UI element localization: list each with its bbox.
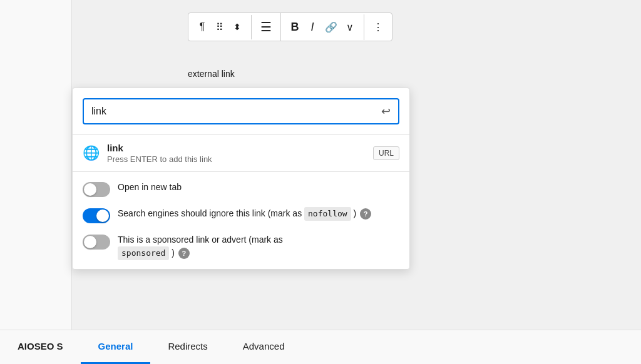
tab-advanced[interactable]: Advanced (225, 330, 302, 364)
tab-general[interactable]: General (81, 330, 151, 364)
link-info: link Press ENTER to add this link (107, 143, 366, 164)
align-icon[interactable]: ☰ (259, 18, 273, 36)
search-area: ↩ (73, 88, 409, 135)
external-link-label: external link (188, 69, 235, 79)
new-tab-track (83, 182, 110, 197)
link-suggestion-row[interactable]: 🌐 link Press ENTER to add this link URL (73, 135, 409, 172)
nofollow-help-icon[interactable]: ? (360, 208, 371, 220)
new-tab-label: Open in new tab (118, 181, 182, 194)
nofollow-code: nofollow (304, 207, 351, 221)
return-icon: ↩ (381, 104, 391, 118)
new-tab-thumb (84, 183, 96, 196)
sponsored-code: sponsored (118, 246, 169, 260)
suggestion-title: link (107, 143, 366, 153)
search-input[interactable] (91, 106, 381, 117)
link-icon[interactable]: 🔗 (324, 20, 339, 34)
toolbar-group-3: B I 🔗 ∨ (281, 14, 364, 40)
toolbar: ¶ ⠿ ⬍ ☰ B I 🔗 ∨ ⋮ (188, 13, 392, 41)
nofollow-toggle[interactable] (83, 208, 110, 223)
tab-aioseo[interactable]: AIOSEO S (0, 330, 81, 364)
tab-redirects[interactable]: Redirects (150, 330, 225, 364)
nofollow-label: Search engines should ignore this link (… (118, 207, 371, 221)
search-input-wrapper[interactable]: ↩ (83, 98, 399, 124)
suggestion-subtitle: Press ENTER to add this link (107, 154, 366, 164)
link-popup: ↩ 🌐 link Press ENTER to add this link UR… (72, 88, 410, 270)
chevron-down-icon[interactable]: ∨ (344, 20, 356, 34)
new-tab-toggle[interactable] (83, 182, 110, 197)
sponsored-label-before: This is a sponsored link or advert (mark… (118, 235, 283, 245)
nofollow-track (83, 208, 110, 223)
sponsored-label-after: ) (172, 248, 175, 258)
sponsored-toggle[interactable] (83, 235, 110, 250)
url-badge: URL (373, 146, 399, 160)
nofollow-label-before: Search engines should ignore this link (… (118, 208, 302, 218)
toolbar-group-4: ⋮ (364, 15, 392, 39)
toolbar-group-2: ☰ (252, 13, 281, 41)
bold-icon[interactable]: B (289, 19, 301, 35)
tab-bar: AIOSEO S General Redirects Advanced (0, 330, 641, 364)
nofollow-thumb (96, 210, 109, 222)
toggle-options: Open in new tab Search engines should ig… (73, 172, 409, 269)
toggle-row-nofollow: Search engines should ignore this link (… (83, 207, 399, 223)
more-options-icon[interactable]: ⋮ (372, 20, 384, 34)
sponsored-label: This is a sponsored link or advert (mark… (118, 233, 283, 260)
arrows-updown-icon[interactable]: ⬍ (231, 21, 244, 33)
sponsored-help-icon[interactable]: ? (178, 248, 190, 259)
sponsored-track (83, 235, 110, 250)
dots-grid-icon[interactable]: ⠿ (213, 20, 226, 34)
toggle-row-sponsored: This is a sponsored link or advert (mark… (83, 233, 399, 260)
sponsored-thumb (84, 236, 96, 248)
paragraph-icon[interactable]: ¶ (196, 20, 208, 34)
nofollow-label-after: ) (354, 208, 357, 218)
italic-icon[interactable]: I (306, 19, 319, 35)
sidebar-partial (0, 0, 72, 330)
globe-icon: 🌐 (83, 145, 100, 161)
toolbar-group-1: ¶ ⠿ ⬍ (188, 15, 252, 39)
toggle-row-new-tab: Open in new tab (83, 181, 399, 197)
